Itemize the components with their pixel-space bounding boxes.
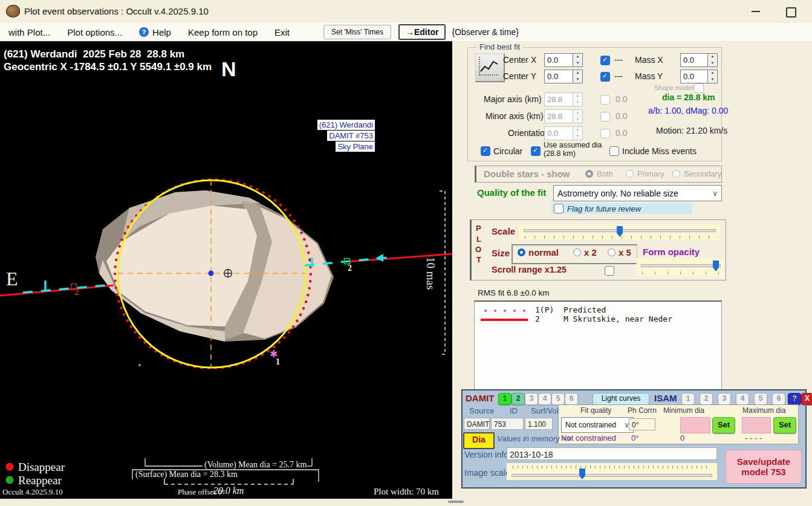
maximum-dia-header: Maximum dia xyxy=(742,406,785,415)
mass-x-spinner[interactable]: 0.0 xyxy=(680,53,718,67)
fit-quality-dropdown[interactable]: Not constrained xyxy=(561,417,634,433)
major-axis-spinner[interactable]: 28.8 xyxy=(544,92,583,106)
editor-button[interactable]: →Editor xyxy=(398,24,446,40)
double-primary-label: Primary xyxy=(637,169,664,178)
damit-help-button[interactable]: ? xyxy=(788,393,801,405)
reappear-legend-label: Reappear xyxy=(18,474,62,487)
orientation-spinner[interactable]: 0.0 xyxy=(544,126,583,140)
circular-checkbox[interactable] xyxy=(481,146,490,156)
menu-keep-on-top[interactable]: Keep form on top xyxy=(188,27,258,37)
set-miss-times-button[interactable]: Set 'Miss' Times xyxy=(323,25,391,39)
damit-close-button[interactable]: X xyxy=(801,393,812,405)
center-x-spinner[interactable]: 0.0 xyxy=(544,53,583,67)
center-y-label: Center Y xyxy=(503,71,536,81)
spin-down-icon[interactable] xyxy=(708,60,717,67)
major-axis-label: Major axis (km) xyxy=(484,94,542,104)
damit-tab-3[interactable]: 3 xyxy=(525,393,538,405)
spin-up-icon[interactable] xyxy=(573,127,582,134)
spin-up-icon[interactable] xyxy=(573,93,582,100)
spin-down-icon[interactable] xyxy=(708,77,717,83)
mass-y-spinner[interactable]: 0.0 xyxy=(680,70,718,83)
set-minimum-button[interactable]: Set xyxy=(712,417,735,433)
window-title: Plot event observations : Occult v.4.202… xyxy=(24,6,209,16)
menu-help[interactable]: Help xyxy=(139,27,171,37)
observation-row-1[interactable]: 1(P) Predicted xyxy=(535,305,606,314)
info-damit-id: DAMIT #753 xyxy=(327,131,375,141)
orientation-checkbox[interactable] xyxy=(600,129,610,138)
ph-corrn-field[interactable]: 0° xyxy=(629,418,655,430)
isam-tab-6[interactable]: 6 xyxy=(772,393,785,405)
spin-down-icon[interactable] xyxy=(573,134,582,140)
double-both-radio[interactable] xyxy=(585,170,593,178)
observation-row-2[interactable]: 2 M Skrutskie, near Neder xyxy=(535,314,672,323)
damit-tab-6[interactable]: 6 xyxy=(565,393,578,405)
center-dot xyxy=(209,271,214,276)
source-field[interactable]: DAMIT xyxy=(464,418,490,430)
use-assumed-dia-checkbox[interactable] xyxy=(531,146,541,156)
damit-tab-2[interactable]: 2 xyxy=(512,393,525,405)
maximize-button[interactable] xyxy=(786,7,796,18)
version-info-field[interactable]: 2013-10-18 xyxy=(507,447,717,460)
isam-tab-1[interactable]: 1 xyxy=(681,393,695,405)
damit-tab-5[interactable]: 5 xyxy=(551,393,565,405)
damit-tab-1[interactable]: 1 xyxy=(498,393,512,405)
center-x-dash: --- xyxy=(614,55,623,65)
maximum-dia-swatch[interactable] xyxy=(742,417,771,433)
spin-down-icon[interactable] xyxy=(573,100,582,106)
flag-review-checkbox[interactable] xyxy=(554,204,564,213)
scroll-range-checkbox[interactable] xyxy=(605,266,614,276)
center-y-checkbox[interactable] xyxy=(600,72,610,82)
form-opacity-slider-thumb[interactable] xyxy=(713,261,719,271)
isam-tab-3[interactable]: 3 xyxy=(718,393,731,405)
spin-up-icon[interactable] xyxy=(708,70,717,77)
spin-down-icon[interactable] xyxy=(573,77,582,83)
center-y-spinner[interactable]: 0.0 xyxy=(544,70,583,83)
minor-axis-spinner[interactable]: 28.8 xyxy=(544,109,583,123)
set-maximum-button[interactable]: Set xyxy=(773,417,796,433)
spin-down-icon[interactable] xyxy=(573,117,582,123)
surfvol-field[interactable]: 1.100 xyxy=(525,418,553,430)
minimize-button[interactable] xyxy=(752,11,760,12)
spin-up-icon[interactable] xyxy=(573,54,582,60)
major-axis-checkbox[interactable] xyxy=(600,95,610,105)
flag-review-label: Flag for future review xyxy=(567,204,641,213)
minimum-dia-swatch[interactable] xyxy=(680,417,710,433)
damit-tab-4[interactable]: 4 xyxy=(538,393,551,405)
isam-title: ISAM xyxy=(654,393,677,403)
isam-tab-4[interactable]: 4 xyxy=(736,393,749,405)
size-normal-radio[interactable] xyxy=(518,248,525,256)
spin-up-icon[interactable] xyxy=(708,54,717,60)
image-scale-slider-thumb[interactable] xyxy=(579,469,585,479)
shape-model-checkbox[interactable] xyxy=(694,83,704,93)
quality-dropdown[interactable]: Astrometry only. No reliable size xyxy=(553,185,722,201)
scale-slider[interactable] xyxy=(519,224,721,240)
menu-with-plot[interactable]: with Plot... xyxy=(8,27,50,37)
dia-button[interactable]: Dia xyxy=(463,432,495,449)
image-scale-slider[interactable] xyxy=(507,463,717,480)
observations-list[interactable]: 1(P) Predicted 2 M Skrutskie, near Neder xyxy=(474,300,722,392)
include-miss-checkbox[interactable] xyxy=(609,146,619,156)
spin-down-icon[interactable] xyxy=(573,60,582,67)
double-secondary-radio[interactable] xyxy=(672,170,680,178)
spin-up-icon[interactable] xyxy=(573,110,582,117)
fit-chart-button[interactable] xyxy=(475,53,505,82)
minor-axis-checkbox[interactable] xyxy=(600,112,610,122)
title-bar: Plot event observations : Occult v.4.202… xyxy=(0,0,812,23)
menu-exit[interactable]: Exit xyxy=(274,27,290,37)
form-opacity-slider[interactable] xyxy=(637,258,724,277)
include-miss-label: Include Miss events xyxy=(622,146,697,156)
sky-plane-plot[interactable]: ✱ (621) Werdandi 2025 Feb 28 28.8 km Geo… xyxy=(0,41,452,499)
double-primary-radio[interactable] xyxy=(626,170,634,178)
north-label: N xyxy=(221,57,236,80)
center-x-checkbox[interactable] xyxy=(600,56,610,65)
spin-up-icon[interactable] xyxy=(573,70,582,77)
isam-tab-2[interactable]: 2 xyxy=(700,393,713,405)
size-x5-radio[interactable] xyxy=(608,248,615,256)
resize-grip[interactable] xyxy=(448,501,464,503)
light-curves-button[interactable]: Light curves xyxy=(593,393,649,405)
menu-plot-options[interactable]: Plot options... xyxy=(67,27,122,37)
save-update-model-button[interactable]: Save/update model 753 xyxy=(726,450,802,484)
id-field[interactable]: 753 xyxy=(491,418,524,430)
size-x2-radio[interactable] xyxy=(573,248,581,256)
isam-tab-5[interactable]: 5 xyxy=(754,393,767,405)
